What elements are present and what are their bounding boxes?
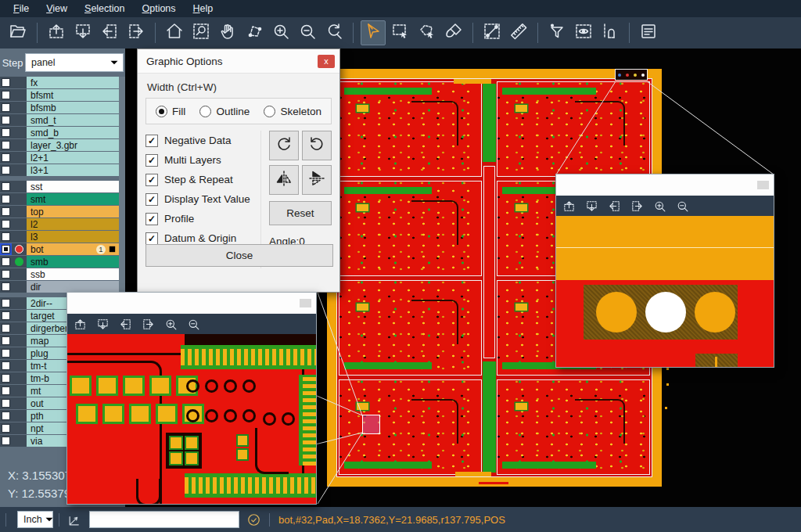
grid-icon[interactable]: [108, 245, 117, 253]
checkbox-box[interactable]: ✓: [145, 135, 158, 147]
layer-name[interactable]: bfsmt: [27, 89, 119, 101]
zoom-window-button[interactable]: [189, 21, 213, 45]
layer-visibility-checkbox[interactable]: [2, 195, 10, 203]
layer-visibility-checkbox[interactable]: [2, 437, 10, 445]
radio-outline[interactable]: Outline: [199, 106, 250, 117]
magnifier-view-pcb-detail[interactable]: [67, 334, 316, 504]
pcb-board[interactable]: [497, 379, 650, 475]
layer-name[interactable]: smd_t: [27, 114, 119, 126]
refresh-icon[interactable]: [246, 512, 261, 527]
layer-name[interactable]: ssb: [27, 268, 119, 280]
checkbox-negative-data[interactable]: ✓Negative Data: [145, 131, 260, 150]
layer-name[interactable]: dir: [27, 281, 119, 293]
window-menu-button[interactable]: [300, 299, 311, 307]
mirror-vertical-button[interactable]: [302, 165, 332, 195]
layer-name[interactable]: top: [27, 206, 119, 217]
move-down-button[interactable]: [96, 318, 110, 331]
layer-visibility-checkbox[interactable]: [2, 270, 10, 279]
checkbox-box[interactable]: ✓: [145, 154, 158, 167]
radio-fill[interactable]: Fill: [156, 106, 185, 117]
zoom-in-button[interactable]: [164, 318, 178, 331]
move-up-button[interactable]: [45, 21, 68, 45]
step-selector[interactable]: panel: [25, 53, 124, 72]
layer-name[interactable]: smd_b: [27, 127, 119, 138]
pcb-board[interactable]: [339, 181, 482, 276]
move-left-button[interactable]: [608, 200, 621, 213]
move-right-button[interactable]: [142, 318, 155, 331]
filter-button[interactable]: [545, 21, 569, 45]
angle-measure-icon[interactable]: [67, 512, 82, 527]
close-button[interactable]: Close: [145, 244, 333, 267]
command-input[interactable]: [89, 511, 239, 528]
layer-name[interactable]: l2+1: [27, 152, 119, 164]
open-folder-button[interactable]: [6, 21, 30, 45]
move-left-button[interactable]: [98, 21, 121, 45]
poly-select-button[interactable]: [415, 21, 439, 45]
layer-visibility-checkbox[interactable]: [2, 336, 10, 345]
layer-visibility-checkbox[interactable]: [2, 374, 10, 383]
zoom-out-button[interactable]: [676, 200, 689, 213]
move-down-button[interactable]: [71, 21, 95, 45]
magnifier-title-bar[interactable]: [67, 293, 316, 314]
layer-visibility-checkbox[interactable]: [2, 324, 10, 332]
rect-select-button[interactable]: [389, 21, 412, 45]
layer-visibility-checkbox[interactable]: [2, 220, 10, 228]
rotate-cw-button[interactable]: [269, 131, 299, 160]
layer-name[interactable]: l3: [27, 231, 119, 243]
checkbox-box[interactable]: ✓: [145, 232, 158, 245]
layer-name[interactable]: bfsmb: [27, 102, 119, 113]
measure-distance-button[interactable]: [480, 21, 504, 45]
checkbox-box[interactable]: ✓: [145, 193, 158, 206]
magnifier-title-bar[interactable]: [556, 174, 774, 196]
layer-visibility-checkbox[interactable]: [2, 412, 10, 420]
layer-visibility-checkbox[interactable]: [2, 386, 10, 395]
dialog-title-bar[interactable]: Graphic Options x: [138, 49, 339, 74]
layer-visibility-checkbox[interactable]: [2, 232, 10, 241]
checkbox-display-text-value[interactable]: ✓Display Text Value: [145, 189, 260, 209]
checkbox-box[interactable]: ✓: [145, 174, 158, 186]
layer-visibility-checkbox[interactable]: [2, 399, 10, 408]
layer-name[interactable]: smt: [27, 193, 119, 205]
unit-selector[interactable]: Inch: [17, 511, 53, 528]
layer-name[interactable]: smb: [27, 256, 119, 268]
move-right-button[interactable]: [124, 21, 148, 45]
zoom-out-button[interactable]: [187, 318, 200, 331]
move-up-button[interactable]: [74, 318, 87, 331]
zoom-out-button[interactable]: [296, 21, 319, 45]
layer-visibility-checkbox[interactable]: [2, 182, 10, 191]
checkbox-multi-layers[interactable]: ✓Multi Layers: [145, 150, 260, 170]
zoom-in-button[interactable]: [269, 21, 293, 45]
layer-name[interactable]: l2: [27, 218, 119, 230]
layer-visibility-checkbox[interactable]: [2, 349, 10, 358]
layer-visibility-checkbox[interactable]: [2, 282, 10, 291]
checkbox-box[interactable]: ✓: [145, 213, 158, 225]
menu-options[interactable]: Options: [133, 0, 184, 17]
layer-visibility-checkbox[interactable]: [2, 299, 10, 307]
menu-help[interactable]: Help: [185, 0, 222, 17]
menu-selection[interactable]: Selection: [76, 0, 133, 17]
radio-skeleton[interactable]: Skeleton: [264, 106, 321, 117]
layer-visibility-checkbox[interactable]: [2, 166, 10, 174]
reset-button[interactable]: Reset: [269, 201, 332, 225]
select-cursor-button[interactable]: [361, 20, 386, 45]
pcb-board[interactable]: [339, 379, 482, 475]
snap-button[interactable]: [598, 21, 622, 45]
checkbox-profile[interactable]: ✓Profile: [145, 209, 260, 228]
zoom-previous-button[interactable]: [322, 21, 346, 45]
magnifier-view-pad-detail[interactable]: [556, 216, 774, 367]
layer-visibility-checkbox[interactable]: [2, 141, 10, 149]
ruler-button[interactable]: [507, 21, 530, 45]
pcb-board[interactable]: [497, 81, 650, 177]
dynamic-zoom-button[interactable]: [242, 21, 266, 45]
layer-visibility-checkbox[interactable]: [2, 311, 10, 320]
dialog-close-button[interactable]: x: [318, 55, 335, 68]
window-menu-button[interactable]: [757, 181, 769, 189]
layer-visibility-checkbox[interactable]: [2, 91, 10, 99]
layer-visibility-checkbox[interactable]: [2, 361, 10, 370]
checkbox-step-repeat[interactable]: ✓Step & Repeat: [145, 170, 260, 189]
move-up-button[interactable]: [562, 200, 576, 213]
clean-select-button[interactable]: [442, 21, 465, 45]
menu-view[interactable]: View: [38, 0, 76, 17]
home-button[interactable]: [163, 21, 186, 45]
layer-visibility-checkbox[interactable]: [2, 128, 10, 137]
